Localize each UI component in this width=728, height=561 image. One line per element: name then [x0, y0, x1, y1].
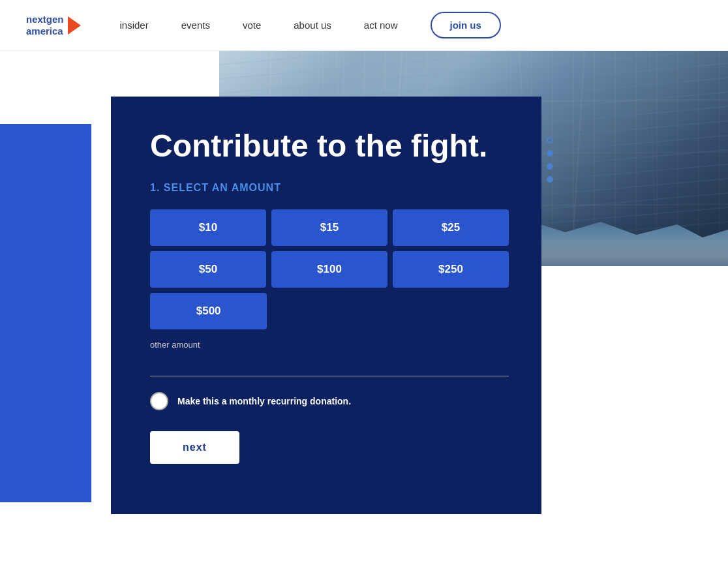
scroll-dot-2[interactable] — [547, 150, 553, 157]
step-label: 1. SELECT AN AMOUNT — [150, 182, 509, 194]
nav-insider[interactable]: insider — [120, 20, 149, 31]
recurring-radio[interactable] — [150, 392, 168, 410]
other-amount-label: other amount — [150, 340, 509, 350]
site-header: nextgen america insider events vote abou… — [0, 0, 728, 51]
scroll-dot-1[interactable] — [547, 137, 553, 144]
amount-button-15[interactable]: $15 — [271, 209, 387, 246]
scroll-dot-3[interactable] — [547, 163, 553, 170]
scroll-dots — [547, 137, 553, 183]
main-nav: insider events vote about us act now joi… — [120, 12, 702, 38]
recurring-row: Make this a monthly recurring donation. — [150, 392, 509, 410]
amount-button-10[interactable]: $10 — [150, 209, 266, 246]
form-title: Contribute to the fight. — [150, 129, 509, 164]
amount-button-250[interactable]: $250 — [393, 251, 509, 288]
amount-grid-row2: $50 $100 $250 — [150, 251, 509, 288]
amount-grid-row1: $10 $15 $25 — [150, 209, 509, 246]
amount-grid-row3: $500 — [150, 293, 509, 329]
nav-about-us[interactable]: about us — [294, 20, 331, 31]
nav-events[interactable]: events — [181, 20, 210, 31]
logo-text: nextgen america — [26, 14, 64, 37]
nav-act-now[interactable]: act now — [364, 20, 398, 31]
nav-vote[interactable]: vote — [243, 20, 261, 31]
other-amount-input[interactable] — [150, 354, 509, 376]
join-us-button[interactable]: join us — [431, 12, 501, 38]
scroll-dot-4[interactable] — [547, 176, 553, 183]
amount-button-25[interactable]: $25 — [393, 209, 509, 246]
blue-accent-bar — [0, 124, 91, 502]
logo[interactable]: nextgen america — [26, 14, 81, 37]
amount-button-50[interactable]: $50 — [150, 251, 266, 288]
recurring-label: Make this a monthly recurring donation. — [177, 396, 351, 406]
donation-form-card: Contribute to the fight. 1. SELECT AN AM… — [111, 97, 541, 514]
logo-arrow-icon — [68, 16, 81, 35]
next-button[interactable]: next — [150, 431, 239, 464]
amount-button-100[interactable]: $100 — [271, 251, 387, 288]
amount-button-500[interactable]: $500 — [150, 293, 267, 329]
